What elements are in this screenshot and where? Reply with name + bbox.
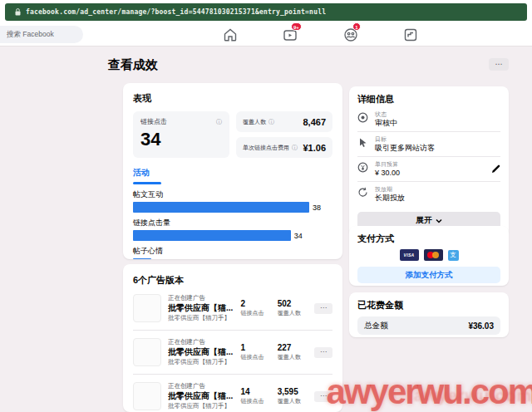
ad-clicks-value: 2 (240, 299, 270, 308)
ad-subtitle: 批零供应商【猫刀手】 (168, 314, 234, 322)
ad-clicks-label: 链接点击 (240, 309, 270, 317)
detail-label: 目标 (375, 135, 500, 143)
chevron-down-icon (436, 218, 442, 223)
ad-reach-label: 覆盖人数 (278, 309, 308, 317)
detail-row-schedule: 投放期 长期投放 (357, 182, 500, 206)
tab-activity-label: 活动 (133, 167, 161, 179)
detail-label: 单日预算 (375, 160, 491, 168)
bar-label: 帖文互动 (133, 189, 332, 200)
add-payment-button[interactable]: 添加支付方式 (357, 267, 500, 283)
url-text: facebook.com/ad_center/manage/?boost_id=… (26, 8, 326, 16)
ad-thumbnail (133, 338, 161, 366)
detail-value: 吸引更多网站访客 (375, 144, 500, 153)
page-more-button[interactable]: ⋯ (489, 58, 509, 71)
lock-icon (15, 8, 21, 16)
pencil-icon[interactable] (491, 164, 500, 174)
ad-more-button[interactable]: ⋯ (314, 391, 332, 402)
info-icon[interactable]: ⓘ (268, 119, 274, 125)
details-title: 详细信息 (357, 93, 500, 105)
total-value: ¥36.03 (468, 321, 494, 331)
link-clicks-label: 链接点击 (140, 117, 167, 126)
ad-clicks-label: 链接点击 (240, 353, 270, 361)
budget-coin-icon (357, 162, 368, 173)
ad-more-button[interactable]: ⋯ (314, 347, 332, 358)
payment-methods: VISA 支 (357, 249, 500, 261)
facebook-ad-center-page: facebook.com/ad_center/manage/?boost_id=… (0, 0, 532, 412)
payment-title: 支付方式 (357, 233, 500, 245)
ad-thumbnail (133, 382, 161, 410)
cpc-value: ¥1.06 (303, 143, 326, 153)
payment-card: 支付方式 VISA 支 添加支付方式 (349, 226, 509, 286)
ad-more-button[interactable]: ⋯ (314, 303, 332, 314)
bar-value: 38 (313, 204, 321, 212)
ad-versions-card: 6个广告版本 正在创建广告 批零供应商【猫... 批零供应商【猫刀手】 2 链接… (123, 264, 342, 412)
address-bar[interactable]: facebook.com/ad_center/manage/?boost_id=… (5, 3, 527, 21)
ad-subtitle: 批零供应商【猫刀手】 (168, 358, 234, 366)
add-payment-label: 添加支付方式 (406, 270, 453, 281)
detail-label: 状态 (375, 110, 500, 118)
home-icon[interactable] (223, 27, 238, 42)
bar-post-engagement (133, 202, 309, 213)
detail-row-goal: 目标 吸引更多网站访客 (357, 132, 500, 157)
ad-versions-title: 6个广告版本 (133, 274, 332, 287)
ad-clicks-label: 链接点击 (240, 397, 270, 405)
ad-clicks-value: 14 (240, 387, 270, 396)
info-icon[interactable]: ⓘ (292, 145, 298, 150)
ad-clicks-value: 1 (240, 343, 270, 352)
ad-reach-value: 3,595 (278, 387, 308, 396)
schedule-loop-icon (357, 187, 368, 198)
divider (133, 330, 332, 331)
groups-badge: 1 (352, 22, 361, 31)
performance-section-title: 表现 (133, 92, 332, 105)
performance-stats: 链接点击 ⓘ 34 覆盖人数 ⓘ 8,467 单次链接点击费用 ⓘ (133, 111, 332, 158)
amount-spent-title: 已花费金额 (357, 299, 500, 311)
cpc-label: 单次链接点击费用 (243, 144, 289, 152)
ad-title: 批零供应商【猫... (168, 302, 234, 314)
bar-post-reactions (133, 258, 151, 259)
alipay-icon: 支 (448, 250, 459, 261)
cpc-stat: 单次链接点击费用 ⓘ ¥1.06 (236, 137, 332, 158)
ad-subtitle: 批零供应商【猫刀手】 (168, 402, 234, 410)
ad-status: 正在创建广告 (168, 338, 234, 346)
activity-bar-chart: 帖文互动 38 链接点击量 34 帖子心情 4 (133, 189, 332, 259)
expand-label: 展开 (416, 215, 432, 226)
tab-active-underline (133, 182, 161, 184)
tab-activity[interactable]: 活动 (133, 167, 161, 184)
detail-row-status: 状态 审核中 (357, 107, 500, 132)
page-title: 查看成效 (108, 57, 158, 73)
link-clicks-stat: 链接点击 ⓘ 34 (133, 111, 229, 158)
watermark-echo: awyerwu.com (414, 386, 532, 405)
gaming-icon[interactable] (403, 27, 418, 42)
visa-card-icon: VISA (400, 249, 419, 261)
total-label: 总金额 (364, 321, 388, 331)
detail-label: 投放期 (375, 185, 500, 193)
total-row: 总金额 ¥36.03 (357, 316, 500, 335)
detail-value: ¥ 30.00 (375, 169, 491, 178)
ad-thumbnail (133, 294, 161, 322)
info-icon[interactable]: ⓘ (216, 119, 222, 125)
search-label: 搜索 Facebook (7, 30, 54, 40)
ad-version-row[interactable]: 正在创建广告 批零供应商【猫... 批零供应商【猫刀手】 2 链接点击 502 … (133, 294, 332, 322)
watermark: awyerwu.com (327, 372, 532, 412)
ad-version-row[interactable]: 正在创建广告 批零供应商【猫... 批零供应商【猫刀手】 14 链接点击 3,5… (133, 382, 332, 410)
ad-reach-value: 227 (278, 343, 308, 352)
ad-status: 正在创建广告 (168, 294, 234, 302)
ad-reach-label: 覆盖人数 (278, 353, 308, 361)
search-input[interactable]: 搜索 Facebook (0, 26, 83, 43)
ad-title: 批零供应商【猫... (168, 346, 234, 358)
bar-label: 链接点击量 (133, 218, 332, 228)
amount-spent-card: 已花费金额 总金额 ¥36.03 (349, 292, 509, 337)
performance-card: 表现 链接点击 ⓘ 34 覆盖人数 ⓘ 8,467 (123, 83, 342, 259)
detail-value: 审核中 (375, 119, 500, 128)
cursor-icon (357, 137, 368, 148)
ad-version-row[interactable]: 正在创建广告 批零供应商【猫... 批零供应商【猫刀手】 1 链接点击 227 … (133, 338, 332, 366)
reach-stat: 覆盖人数 ⓘ 8,467 (236, 111, 332, 132)
link-clicks-value: 34 (140, 130, 222, 149)
ad-reach-label: 覆盖人数 (278, 397, 308, 405)
detail-row-budget: 单日预算 ¥ 30.00 (357, 157, 500, 182)
divider (133, 374, 332, 375)
status-radio-icon (357, 112, 368, 123)
details-card: 详细信息 状态 审核中 目标 吸引更多网站访客 单日预算 (349, 86, 509, 237)
ad-title: 批零供应商【猫... (168, 390, 234, 402)
detail-value: 长期投放 (375, 194, 500, 203)
